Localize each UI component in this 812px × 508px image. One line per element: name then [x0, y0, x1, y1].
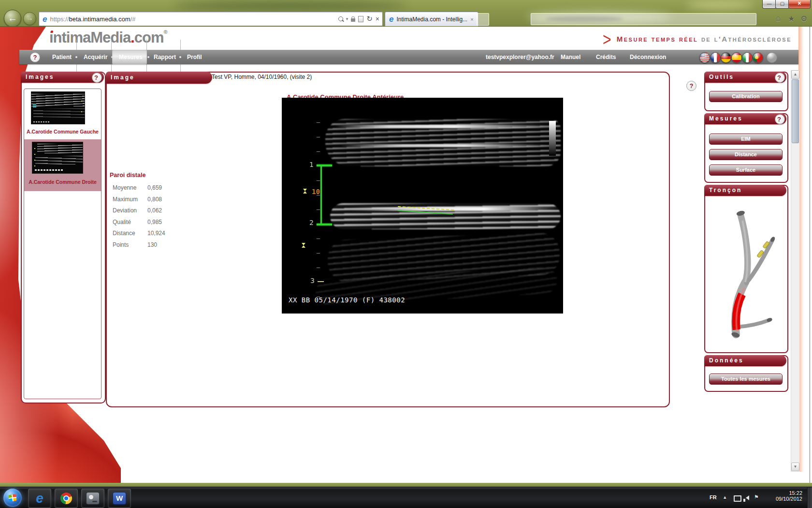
ultrasound-thumbnail[interactable] — [31, 91, 85, 124]
settings-gear-icon[interactable]: ⚙ — [800, 14, 807, 23]
image-editor-logo-icon — [86, 492, 100, 505]
stat-label: Moyenne — [113, 182, 147, 194]
address-bar-icons: ▾ ↻ × — [338, 15, 382, 23]
caliper-bottom-cap[interactable] — [317, 224, 332, 225]
tab-close-icon[interactable]: × — [470, 16, 473, 22]
nav-link-credits[interactable]: Crédits — [596, 50, 616, 64]
hidden-icons-chevron[interactable]: ▴ — [724, 494, 726, 500]
artery-diagram[interactable] — [708, 198, 783, 347]
image-panel-header: Image — [106, 72, 212, 84]
bowtie-marker-icon[interactable] — [303, 189, 307, 194]
stats-row: Maximum0,808 — [113, 194, 195, 206]
divider — [180, 40, 181, 50]
display-tray-icon[interactable] — [734, 495, 741, 502]
url-host: beta.intimamedia.com — [69, 15, 130, 23]
caliper-line[interactable] — [320, 165, 322, 224]
window-right-border — [810, 27, 810, 487]
stats-row: Deviation0,062 — [113, 205, 195, 217]
screen: ← → e https://beta.intimamedia.com/# ▾ ↻… — [0, 0, 812, 508]
favorites-star-icon[interactable]: ★ — [788, 14, 795, 23]
flag-it-icon[interactable] — [742, 52, 753, 63]
site-logo[interactable]: intimaMedia.com® — [49, 29, 168, 46]
distance-button[interactable]: Distance — [709, 149, 783, 160]
stat-label: Qualité — [113, 217, 147, 228]
page-scrollbar[interactable]: ▲ ▼ — [791, 70, 799, 472]
surface-button[interactable]: Surface — [709, 164, 783, 176]
eim-button[interactable]: EIM — [709, 134, 783, 145]
page-favicon: e — [43, 15, 47, 23]
refresh-icon[interactable]: ↻ — [366, 15, 373, 23]
flag-us-icon[interactable] — [699, 52, 710, 63]
nav-item-patient[interactable]: Patient — [52, 50, 72, 64]
thumbnail-text-line — [35, 169, 63, 171]
lock-icon — [351, 18, 355, 22]
browser-search-box[interactable] — [531, 13, 756, 25]
background-window-blur — [686, 0, 754, 10]
start-button[interactable] — [3, 489, 22, 507]
clock-time: 15:22 — [768, 490, 802, 496]
nav-help-icon[interactable]: ? — [30, 52, 40, 62]
toutes-les-mesures-button[interactable]: Toutes les mesures — [709, 374, 783, 385]
images-help-icon[interactable]: ? — [92, 73, 102, 83]
flag-ghost-icon — [767, 52, 777, 63]
window-close-button[interactable]: × — [788, 0, 811, 9]
logo-red-tittle — [51, 30, 53, 33]
list-item[interactable]: A.Carotide Commune Gauche — [24, 89, 101, 139]
clock[interactable]: 15:22 09/10/2012 — [768, 490, 802, 502]
nav-item-profil[interactable]: Profil — [187, 50, 202, 64]
scroll-up-button[interactable]: ▲ — [791, 70, 799, 79]
stat-value: 0,808 — [147, 196, 162, 203]
url-text[interactable]: https://beta.intimamedia.com/# — [50, 15, 135, 23]
window-restore-button[interactable]: ▢ — [775, 0, 789, 9]
flag-es-icon[interactable] — [731, 52, 742, 63]
volume-tray-icon[interactable] — [746, 495, 749, 500]
show-desktop-button[interactable] — [807, 487, 812, 508]
compatibility-view-icon[interactable] — [358, 16, 363, 22]
taskbar-image-editor-icon[interactable] — [81, 489, 104, 508]
mesures-help-icon[interactable]: ? — [775, 114, 785, 124]
address-bar[interactable]: e https://beta.intimamedia.com/# ▾ ↻ × — [39, 12, 383, 26]
window-minimize-button[interactable]: — — [762, 0, 776, 9]
outils-help-icon[interactable]: ? — [775, 73, 785, 83]
ultrasound-image[interactable]: 1 2 3 10 XX BB 05/14/1970 (F) 438002 — [282, 98, 563, 314]
tagline-red-text: Mesure temps réel — [617, 35, 698, 43]
stop-icon[interactable]: × — [376, 15, 379, 23]
stats-title: Paroi distale — [110, 172, 145, 179]
nav-item-mesures[interactable]: Mesures — [119, 50, 143, 64]
thumbnail-label[interactable]: A.Carotide Commune Droite — [24, 179, 101, 185]
flag-fr-icon[interactable] — [710, 52, 721, 63]
language-indicator[interactable]: FR — [710, 494, 717, 500]
nav-item-acquerir[interactable]: Acquérir — [84, 50, 107, 64]
home-icon[interactable]: ⌂ — [776, 14, 781, 23]
tab-title: IntimaMedia.com - Intellig... — [396, 16, 467, 23]
scrollbar-thumb[interactable] — [792, 79, 799, 143]
tab-favicon: e — [389, 15, 393, 23]
stat-label: Distance — [113, 228, 147, 239]
new-tab-button[interactable] — [477, 13, 489, 26]
browser-forward-button[interactable]: → — [23, 12, 36, 25]
ruler-label-3: 3 — [310, 277, 315, 284]
network-tray-icon[interactable]: ⚑ — [754, 494, 759, 500]
taskbar-word-icon[interactable]: W — [108, 489, 131, 508]
ultrasound-thumbnail[interactable] — [32, 142, 83, 174]
image-help-icon[interactable]: ? — [686, 81, 696, 91]
mesures-panel-title: Mesures — [709, 115, 743, 122]
logo-registered-mark: ® — [164, 29, 168, 35]
thumbnail-label[interactable]: A.Carotide Commune Gauche — [24, 129, 101, 134]
browser-tab[interactable]: e IntimaMedia.com - Intellig... × — [385, 12, 478, 26]
taskbar-chrome-icon[interactable] — [55, 489, 78, 508]
list-item-selected[interactable]: A.Carotide Commune Droite — [24, 139, 101, 191]
browser-back-button[interactable]: ← — [4, 10, 21, 27]
search-caret-icon[interactable]: ▾ — [346, 16, 348, 21]
flag-pt-icon[interactable] — [753, 52, 763, 63]
flag-de-icon[interactable] — [721, 52, 731, 63]
bowtie-marker-icon[interactable] — [302, 243, 305, 248]
calibration-button[interactable]: Calibration — [709, 91, 783, 102]
nav-item-rapport[interactable]: Rapport — [154, 50, 176, 64]
nav-link-manuel[interactable]: Manuel — [561, 50, 580, 64]
search-icon[interactable] — [338, 16, 343, 21]
scroll-down-button[interactable]: ▼ — [791, 463, 799, 471]
taskbar-ie-icon[interactable]: e — [28, 489, 51, 508]
caliper-top-cap[interactable] — [317, 164, 332, 166]
nav-link-deconnexion[interactable]: Déconnexion — [630, 50, 666, 64]
